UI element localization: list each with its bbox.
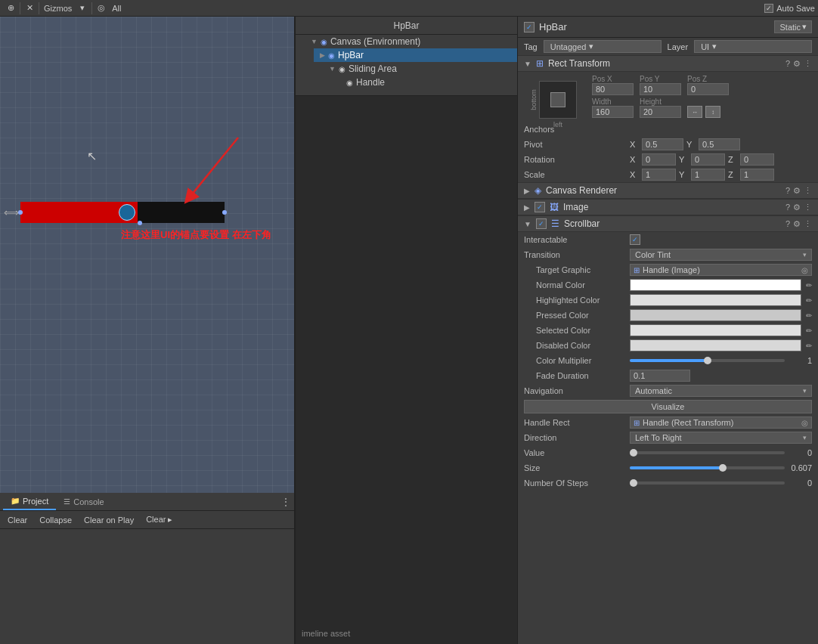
- normal-color-picker[interactable]: ✏: [806, 281, 812, 289]
- gizmos-dropdown[interactable]: ▾: [75, 1, 90, 16]
- image-header[interactable]: ▶ ✓ 🖼 Image ? ⚙ ⋮: [518, 199, 818, 215]
- pressed-color-picker[interactable]: ✏: [806, 311, 812, 320]
- rot-x-input[interactable]: 0: [642, 153, 676, 166]
- num-steps-row: Number Of Steps 0: [518, 475, 818, 491]
- anchor-side-label: bottom: [530, 89, 538, 110]
- layer-dropdown[interactable]: UI ▾: [694, 40, 812, 53]
- value-thumb[interactable]: [630, 449, 637, 457]
- auto-save-checkbox[interactable]: ✓: [764, 4, 773, 13]
- interactable-checkbox[interactable]: ✓: [630, 234, 640, 245]
- image-help[interactable]: ?: [785, 203, 790, 212]
- handle-label: Handle: [356, 77, 385, 88]
- anchor-widget-container[interactable]: bottom left: [539, 81, 577, 119]
- pressed-color-swatch[interactable]: [630, 309, 801, 321]
- scale-x-input[interactable]: 1: [642, 169, 676, 181]
- tab-console[interactable]: ☰ Console: [56, 493, 111, 510]
- canvas-renderer-header[interactable]: ▶ ◈ Canvas Renderer ? ⚙ ⋮: [518, 182, 818, 199]
- width-input[interactable]: 160: [592, 106, 634, 118]
- color-multiplier-thumb[interactable]: [704, 357, 711, 364]
- stretch-v-btn[interactable]: ↕: [705, 106, 720, 118]
- image-settings[interactable]: ⚙: [793, 203, 801, 212]
- image-more[interactable]: ⋮: [804, 203, 812, 212]
- highlighted-color-swatch[interactable]: [630, 294, 801, 306]
- clear-on-play-button[interactable]: Clear on Play: [81, 515, 137, 525]
- visualize-button[interactable]: Visualize: [524, 400, 812, 413]
- size-row: Size 0.607: [518, 460, 818, 475]
- rect-transform-header[interactable]: ▼ ⊞ Rect Transform ? ⚙ ⋮: [518, 55, 818, 72]
- scale-y-label: Y: [679, 170, 688, 179]
- pos-y-input[interactable]: 10: [640, 83, 681, 95]
- scrollbar-more[interactable]: ⋮: [804, 219, 812, 229]
- scrollbar-checkbox[interactable]: ✓: [536, 218, 547, 229]
- interactable-label: Interactable: [524, 235, 630, 244]
- size-thumb[interactable]: [719, 464, 727, 472]
- handle-rect-select[interactable]: ◎: [801, 419, 808, 427]
- scale-y-input[interactable]: 1: [691, 169, 725, 181]
- canvas-renderer-help[interactable]: ?: [785, 186, 790, 196]
- scrollbar-header[interactable]: ▼ ✓ ☰ Scrollbar ? ⚙ ⋮: [518, 215, 818, 232]
- collapse-button[interactable]: Collapse: [36, 515, 75, 525]
- static-dropdown[interactable]: Static ▾: [774, 20, 812, 33]
- disabled-color-swatch[interactable]: [630, 339, 801, 351]
- target-graphic-ref[interactable]: ⊞ Handle (Image) ◎: [630, 264, 812, 276]
- toolbar-icon-2[interactable]: ✕: [22, 1, 37, 16]
- selected-color-picker[interactable]: ✏: [806, 327, 812, 335]
- pos-z-input[interactable]: 0: [687, 83, 729, 95]
- scene-viewport[interactable]: ↖ ⟺: [0, 17, 294, 493]
- size-track[interactable]: [630, 466, 785, 469]
- rect-transform-help[interactable]: ?: [785, 59, 790, 69]
- target-graphic-select[interactable]: ◎: [801, 266, 808, 274]
- pos-x-input[interactable]: 80: [592, 83, 634, 95]
- color-multiplier-track[interactable]: [630, 359, 785, 362]
- toolbar-icon-1[interactable]: ⊕: [3, 1, 18, 16]
- visualize-label: Visualize: [652, 402, 685, 411]
- console-content: [0, 529, 294, 644]
- selected-color-swatch[interactable]: [630, 324, 801, 336]
- rot-y-label: Y: [679, 155, 688, 164]
- image-checkbox[interactable]: ✓: [534, 202, 545, 212]
- rect-transform-more[interactable]: ⋮: [804, 59, 812, 69]
- stretch-h-btn[interactable]: ↔: [687, 106, 702, 118]
- num-steps-thumb[interactable]: [630, 479, 637, 487]
- disabled-color-picker[interactable]: ✏: [806, 342, 812, 350]
- pivot-x-input[interactable]: 0.5: [642, 138, 683, 150]
- hierarchy-item-sliding-area[interactable]: ▼ ◉ Sliding Area: [323, 62, 517, 76]
- hp-bar-handle[interactable]: [119, 204, 135, 221]
- hierarchy-item-handle[interactable]: ▶ ◉ Handle: [332, 76, 517, 89]
- rot-y-input[interactable]: 0: [691, 153, 725, 166]
- tag-dropdown[interactable]: Untagged ▾: [544, 40, 662, 53]
- canvas-renderer-more[interactable]: ⋮: [804, 186, 812, 196]
- anchors-row: Anchors: [518, 122, 818, 137]
- layer-label: Layer: [668, 42, 689, 51]
- num-steps-track[interactable]: [630, 481, 785, 485]
- all-icon[interactable]: ◎: [94, 1, 109, 16]
- handle-rect-ref[interactable]: ⊞ Handle (Rect Transform) ◎: [630, 416, 812, 429]
- scrollbar-help[interactable]: ?: [785, 219, 790, 229]
- panel-more-icon[interactable]: ⋮: [280, 496, 291, 508]
- normal-color-swatch[interactable]: [630, 279, 801, 291]
- hierarchy-item-canvas[interactable]: ▼ ◉ Canvas (Environment): [305, 35, 517, 48]
- highlighted-color-row: Highlighted Color ✏: [518, 293, 818, 308]
- transition-dropdown[interactable]: Color Tint ▾: [630, 249, 812, 261]
- rot-z-input[interactable]: 0: [740, 153, 774, 166]
- fade-duration-input[interactable]: 0.1: [630, 370, 690, 382]
- clear-label-button[interactable]: Clear ▸: [143, 514, 175, 525]
- fade-duration-label: Fade Duration: [524, 371, 630, 380]
- divider-1: [20, 2, 20, 14]
- navigation-dropdown[interactable]: Automatic ▾: [630, 385, 812, 397]
- canvas-renderer-settings[interactable]: ⚙: [793, 186, 801, 196]
- rect-transform-settings[interactable]: ⚙: [793, 59, 801, 69]
- pivot-y-input[interactable]: 0.5: [699, 138, 740, 150]
- direction-arrow: ▾: [803, 434, 807, 441]
- inspector-active-checkbox[interactable]: ✓: [524, 22, 534, 33]
- direction-dropdown[interactable]: Left To Right ▾: [630, 432, 812, 444]
- tab-project[interactable]: 📁 Project: [3, 493, 56, 510]
- clear-button[interactable]: Clear: [5, 515, 30, 525]
- scale-z-input[interactable]: 1: [740, 169, 774, 181]
- value-track[interactable]: [630, 451, 785, 454]
- height-input[interactable]: 20: [640, 106, 681, 118]
- canvas-renderer-expand: ▶: [524, 187, 530, 195]
- scrollbar-settings[interactable]: ⚙: [793, 219, 801, 229]
- hierarchy-item-hpbar[interactable]: ▶ ◉ HpBar: [314, 48, 517, 62]
- highlighted-color-picker[interactable]: ✏: [806, 296, 812, 305]
